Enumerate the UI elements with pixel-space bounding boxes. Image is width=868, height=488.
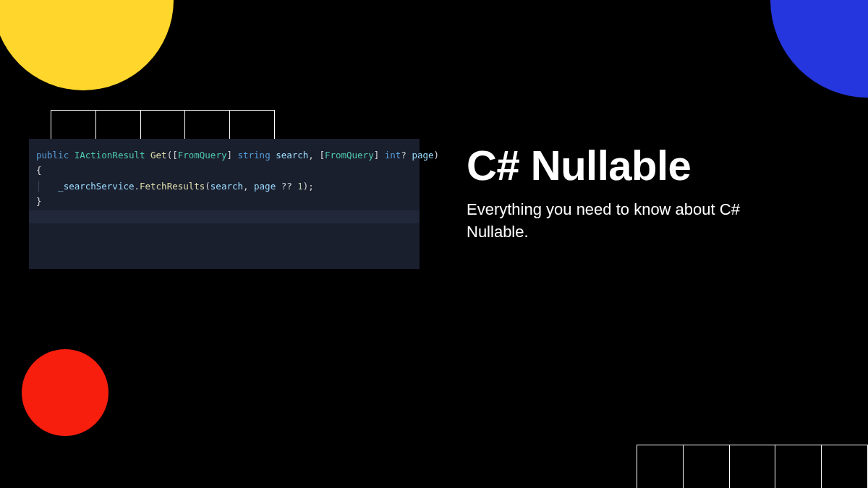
code-token: ] [226, 150, 232, 160]
code-line-4: } [36, 194, 412, 209]
code-line-3: │ _searchService.FetchResults(search, pa… [36, 179, 412, 194]
code-token: │ [36, 181, 58, 192]
grid-cell [684, 445, 730, 488]
code-token: IActionResult [75, 150, 145, 160]
code-token: search [210, 181, 243, 192]
code-token: [ [319, 150, 325, 160]
code-token: 1 [297, 181, 303, 192]
code-token: FromQuery [325, 150, 374, 160]
code-snippet: public IActionResult Get([FromQuery] str… [29, 139, 420, 269]
code-token: ) [433, 150, 439, 160]
code-token: ?? [276, 181, 297, 192]
code-token: ? [401, 150, 407, 160]
code-token: page [254, 181, 276, 192]
page-title: C# Nullable [467, 141, 691, 189]
red-circle-decoration [22, 349, 109, 436]
code-token: _searchService [58, 181, 134, 192]
code-token: string [238, 150, 271, 160]
code-token: ( [205, 181, 210, 192]
code-cursor-line [29, 210, 420, 223]
page-subtitle: Everything you need to know about C# Nul… [467, 199, 792, 244]
code-token: Get [150, 150, 167, 160]
grid-decoration-bottom [637, 445, 868, 488]
code-token: ); [303, 181, 314, 192]
code-token: int [385, 150, 401, 160]
grid-cell [775, 445, 822, 488]
code-token: ] [374, 150, 380, 160]
code-line-2: { [36, 163, 412, 178]
code-token: , [243, 181, 254, 192]
yellow-circle-decoration [0, 0, 174, 90]
code-token: public [36, 150, 69, 160]
grid-cell [637, 445, 684, 488]
code-token: . [134, 181, 140, 192]
code-token: [ [172, 150, 178, 160]
grid-cell [730, 445, 776, 488]
code-token: FromQuery [178, 150, 227, 160]
code-token: } [36, 196, 42, 207]
grid-cell [822, 445, 868, 488]
code-token: , [308, 150, 319, 160]
code-token: { [36, 165, 42, 176]
code-token: search [276, 150, 308, 160]
code-token: FetchResults [140, 181, 205, 192]
code-token: page [412, 150, 433, 160]
code-line-1: public IActionResult Get([FromQuery] str… [36, 147, 412, 163]
blue-quarter-decoration [770, 0, 868, 98]
